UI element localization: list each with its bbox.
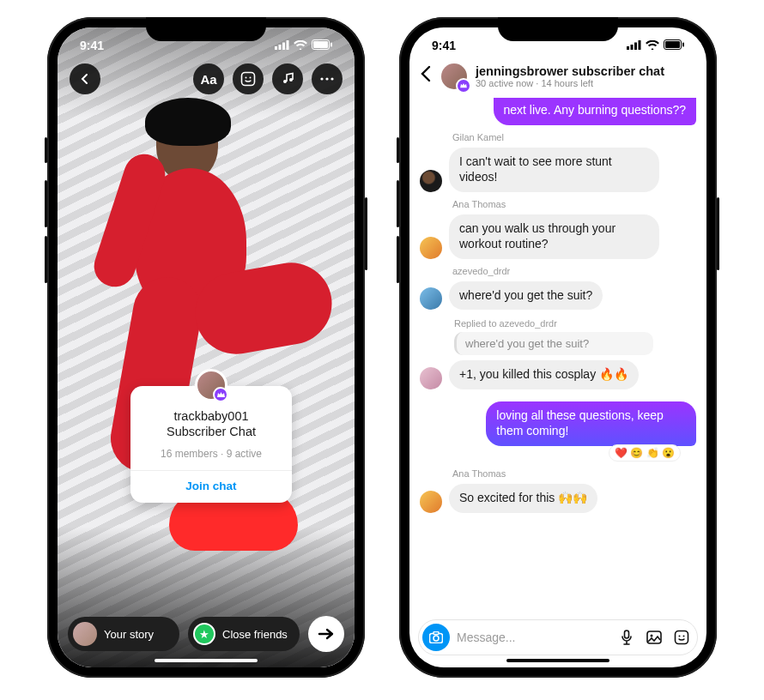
header-avatar[interactable] — [441, 63, 467, 89]
sender-avatar[interactable] — [420, 367, 442, 389]
story-share-bar: Your story ★ Close friends — [58, 616, 355, 652]
join-chat-button[interactable]: Join chat — [141, 471, 282, 494]
svg-rect-23 — [625, 631, 629, 638]
svg-point-10 — [320, 77, 323, 80]
svg-rect-14 — [631, 45, 634, 50]
status-time: 9:41 — [432, 39, 456, 52]
sender-avatar[interactable] — [420, 491, 442, 513]
close-friends-button[interactable]: ★ Close friends — [188, 617, 300, 651]
svg-point-21 — [434, 636, 439, 641]
sender-avatar[interactable] — [420, 237, 442, 259]
message-incoming[interactable]: So excited for this 🙌🙌 — [449, 484, 597, 513]
sticker-icon[interactable] — [673, 629, 690, 646]
svg-rect-15 — [634, 43, 637, 51]
camera-button[interactable] — [422, 624, 450, 651]
svg-rect-18 — [665, 41, 680, 48]
chat-subtitle: 30 active now · 14 hours left — [476, 78, 696, 88]
star-icon: ★ — [193, 623, 215, 645]
message-input[interactable] — [457, 631, 611, 644]
close-friends-label: Close friends — [222, 628, 288, 641]
crown-badge-icon — [456, 78, 471, 94]
svg-rect-3 — [287, 40, 289, 50]
sender-avatar[interactable] — [420, 287, 442, 310]
text-tool-button[interactable]: Aa — [193, 63, 224, 94]
more-tool-button[interactable] — [312, 63, 343, 94]
message-composer — [418, 619, 698, 655]
phone-notch — [498, 17, 618, 41]
svg-point-27 — [679, 636, 681, 637]
phone-notch — [146, 17, 266, 41]
story-topbar: Aa — [58, 63, 355, 94]
message-incoming[interactable]: I can't wait to see more stunt videos! — [449, 148, 659, 192]
voice-icon[interactable] — [618, 629, 635, 646]
phone-right: 9:41 — [399, 17, 717, 678]
chat-header: jenningsbrower subscriber chat 30 active… — [409, 60, 706, 96]
svg-point-9 — [250, 77, 252, 79]
gallery-icon[interactable] — [646, 629, 663, 646]
message-incoming[interactable]: where'd you get the suit? — [449, 281, 603, 311]
your-story-label: Your story — [104, 628, 154, 641]
sticker-tool-button[interactable] — [233, 63, 264, 94]
sender-name: Gilan Kamel — [452, 132, 696, 142]
svg-rect-0 — [275, 46, 277, 50]
home-indicator[interactable] — [506, 659, 609, 662]
svg-rect-26 — [676, 631, 688, 644]
svg-rect-6 — [330, 43, 332, 47]
reply-label: Replied to azevedo_drdr — [454, 318, 696, 329]
sender-name: azevedo_drdr — [452, 266, 696, 276]
back-button[interactable] — [70, 63, 100, 94]
story-editor-screen: 9:41 — [58, 27, 355, 667]
status-time: 9:41 — [80, 39, 104, 52]
card-avatar — [195, 369, 227, 401]
svg-point-25 — [651, 635, 653, 637]
chat-title: jenningsbrower subscriber chat — [476, 64, 696, 78]
message-outgoing[interactable]: next live. Any burning questions?? — [494, 98, 696, 125]
sender-name: Ana Thomas — [452, 199, 696, 209]
message-outgoing[interactable]: loving all these questions, keep them co… — [486, 401, 696, 446]
chat-screen: 9:41 — [409, 27, 706, 667]
music-tool-button[interactable] — [272, 63, 303, 94]
message-reactions[interactable]: ❤️ 😊 👏 😮 — [609, 444, 681, 462]
cellular-icon — [275, 39, 289, 52]
svg-rect-13 — [627, 46, 629, 50]
messages-list[interactable]: next live. Any burning questions?? Gilan… — [409, 98, 706, 614]
home-indicator[interactable] — [155, 659, 258, 662]
svg-rect-5 — [313, 41, 328, 48]
battery-icon — [664, 39, 684, 52]
svg-rect-7 — [242, 73, 255, 86]
svg-rect-2 — [282, 43, 285, 51]
header-titles[interactable]: jenningsbrower subscriber chat 30 active… — [476, 64, 696, 88]
your-story-avatar — [73, 622, 97, 646]
send-to-button[interactable] — [308, 616, 344, 652]
svg-point-12 — [330, 77, 333, 80]
wifi-icon — [294, 39, 307, 52]
message-incoming[interactable]: can you walk us through your workout rou… — [449, 214, 659, 259]
subscriber-chat-card: trackbaby001 Subscriber Chat 16 members … — [130, 386, 292, 503]
sender-avatar[interactable] — [420, 170, 442, 192]
cellular-icon — [627, 39, 641, 52]
svg-rect-19 — [682, 43, 684, 47]
quoted-message[interactable]: where'd you get the suit? — [454, 332, 653, 355]
svg-point-28 — [683, 636, 685, 637]
svg-point-11 — [325, 77, 328, 80]
svg-rect-1 — [279, 45, 282, 50]
battery-icon — [312, 39, 332, 52]
crown-badge-icon — [213, 387, 228, 402]
wifi-icon — [646, 39, 659, 52]
card-subtitle: 16 members · 9 active — [141, 448, 282, 460]
back-button[interactable] — [418, 65, 433, 88]
card-title: trackbaby001 Subscriber Chat — [141, 408, 282, 439]
svg-point-8 — [246, 77, 247, 79]
sender-name: Ana Thomas — [452, 468, 696, 479]
message-incoming[interactable]: +1, you killed this cosplay 🔥🔥 — [449, 360, 639, 389]
phone-left: 9:41 — [47, 17, 365, 678]
your-story-button[interactable]: Your story — [68, 617, 179, 651]
svg-rect-16 — [639, 40, 641, 50]
svg-rect-22 — [434, 632, 439, 635]
